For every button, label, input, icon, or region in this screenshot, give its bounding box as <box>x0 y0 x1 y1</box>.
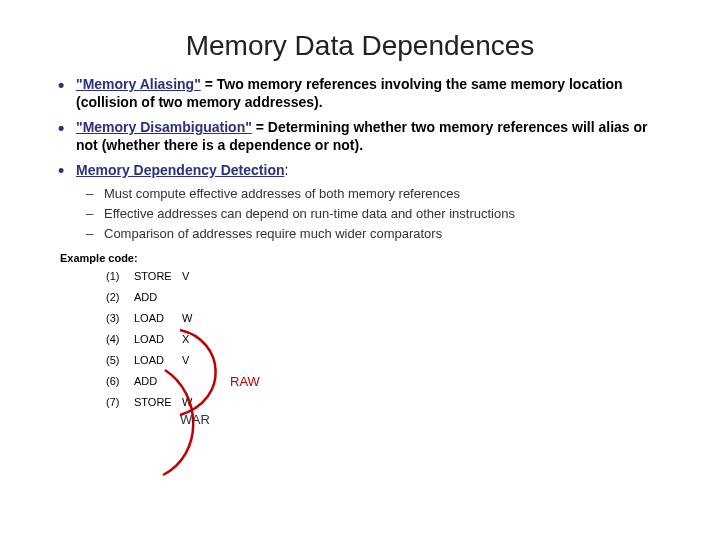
code-row: (4)LOADX <box>106 333 670 345</box>
code-num: (1) <box>106 270 134 282</box>
raw-label: RAW <box>230 374 260 389</box>
code-num: (3) <box>106 312 134 324</box>
slide-title: Memory Data Dependences <box>50 30 670 62</box>
code-op: STORE <box>134 396 182 408</box>
code-row: (6)ADD <box>106 375 670 387</box>
code-num: (7) <box>106 396 134 408</box>
war-label: WAR <box>180 412 210 427</box>
code-row: (2)ADD <box>106 291 670 303</box>
code-op: ADD <box>134 375 182 387</box>
code-num: (5) <box>106 354 134 366</box>
main-bullet-list: "Memory Aliasing" = Two memory reference… <box>50 76 670 242</box>
term-disambiguation: "Memory Disambiguation" <box>76 119 252 135</box>
sub-bullet-3: Comparison of addresses require much wid… <box>104 226 670 242</box>
bullet-disambiguation: "Memory Disambiguation" = Determining wh… <box>76 119 670 154</box>
term-aliasing: "Memory Aliasing" <box>76 76 201 92</box>
code-op: LOAD <box>134 354 182 366</box>
term-detection: Memory Dependency Detection <box>76 162 285 178</box>
code-arg: V <box>182 354 189 366</box>
code-num: (6) <box>106 375 134 387</box>
bullet-detection-colon: : <box>285 162 289 178</box>
code-arg: X <box>182 333 189 345</box>
sub-bullet-2: Effective addresses can depend on run-ti… <box>104 206 670 222</box>
code-row: (7)STOREW <box>106 396 670 408</box>
sub-bullet-1: Must compute effective addresses of both… <box>104 186 670 202</box>
code-block: (1)STOREV (2)ADD (3)LOADW (4)LOADX (5)LO… <box>106 270 670 408</box>
bullet-detection: Memory Dependency Detection: Must comput… <box>76 162 670 242</box>
code-row: (5)LOADV <box>106 354 670 366</box>
code-op: STORE <box>134 270 182 282</box>
code-op: ADD <box>134 291 182 303</box>
code-arg: W <box>182 396 192 408</box>
code-row: (1)STOREV <box>106 270 670 282</box>
bullet-aliasing: "Memory Aliasing" = Two memory reference… <box>76 76 670 111</box>
code-num: (2) <box>106 291 134 303</box>
code-arg: W <box>182 312 192 324</box>
code-arg: V <box>182 270 189 282</box>
code-op: LOAD <box>134 312 182 324</box>
example-label: Example code: <box>60 252 670 264</box>
code-op: LOAD <box>134 333 182 345</box>
sub-bullet-list: Must compute effective addresses of both… <box>76 186 670 243</box>
slide: Memory Data Dependences "Memory Aliasing… <box>0 0 720 447</box>
code-num: (4) <box>106 333 134 345</box>
code-row: (3)LOADW <box>106 312 670 324</box>
